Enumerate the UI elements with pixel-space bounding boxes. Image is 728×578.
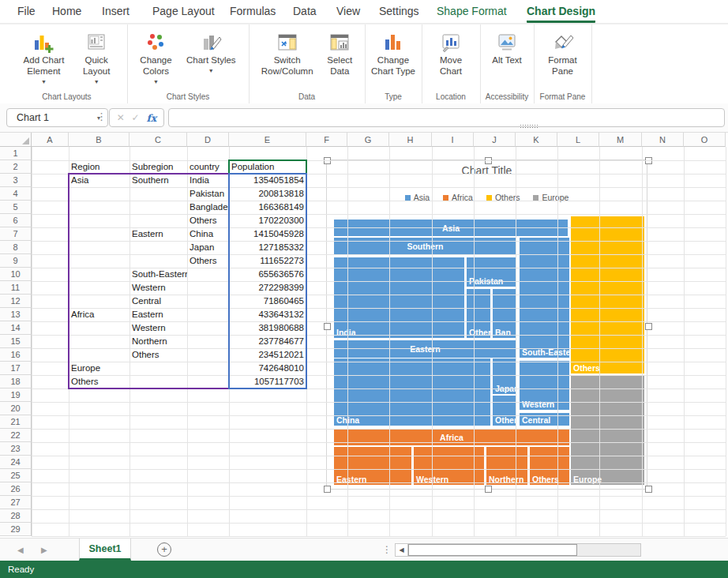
cell-E11[interactable]: 272298399 [229,281,306,295]
row-header-14[interactable]: 14 [0,321,32,335]
row-header-3[interactable]: 3 [0,174,32,187]
column-header-H[interactable]: H [389,133,432,147]
cell-C15[interactable]: Northern [129,335,187,348]
cell-B2[interactable]: Region [69,160,129,174]
add-sheet-button[interactable]: + [157,542,171,557]
column-header-A[interactable]: A [32,133,69,147]
column-header-I[interactable]: I [432,133,474,147]
cell-B13[interactable]: Africa [69,308,129,321]
horizontal-scrollbar[interactable]: ◀ [395,543,641,557]
cell-E12[interactable]: 71860465 [229,295,306,308]
menu-tab-chart-design[interactable]: Chart Design [527,0,595,23]
chart-resize-handle[interactable] [324,486,331,493]
treemap-node-eastern[interactable]: Eastern [334,340,516,358]
row-header-26[interactable]: 26 [0,482,32,496]
change-chart-type-button[interactable]: ChangeChart Type [370,30,417,77]
enter-icon[interactable]: ✓ [132,112,140,123]
row-header-4[interactable]: 4 [0,187,32,201]
cell-D9[interactable]: Others [187,254,229,268]
switch-row-column-button[interactable]: SwitchRow/Column [260,30,315,77]
column-header-F[interactable]: F [306,133,347,147]
column-header-C[interactable]: C [129,133,187,147]
menu-tab-shape-format[interactable]: Shape Format [437,0,507,21]
menu-tab-file[interactable]: File [17,0,36,21]
chart-resize-handle[interactable] [485,486,492,493]
cell-E16[interactable]: 234512021 [229,348,306,362]
cell-D3[interactable]: India [187,174,229,187]
cell-E18[interactable]: 1057117703 [229,375,306,388]
row-header-5[interactable]: 5 [0,201,32,214]
change-colors-button[interactable]: ChangeColors▼ [138,30,173,85]
cell-E6[interactable]: 170220300 [229,214,306,227]
cancel-icon[interactable]: ✕ [117,112,125,123]
cell-E2[interactable]: Population [229,160,306,174]
add-chart-element-button[interactable]: Add ChartElement▼ [22,30,66,85]
row-header-10[interactable]: 10 [0,268,32,281]
row-header-17[interactable]: 17 [0,362,32,375]
row-header-15[interactable]: 15 [0,335,32,348]
format-pane-button[interactable]: FormatPane [546,30,578,77]
quick-layout-button[interactable]: QuickLayout▼ [81,30,112,85]
select-all-corner[interactable] [0,133,32,147]
row-header-16[interactable]: 16 [0,348,32,362]
menu-tab-settings[interactable]: Settings [379,0,419,21]
cell-C10[interactable]: South-Eastern [129,268,187,281]
row-header-24[interactable]: 24 [0,456,32,469]
cell-E8[interactable]: 127185332 [229,241,306,254]
menu-tab-view[interactable]: View [336,0,360,21]
chevron-down-icon[interactable]: ▼ [41,79,47,84]
row-header-19[interactable]: 19 [0,388,32,402]
next-sheet-icon[interactable]: ▶ [41,539,47,561]
row-header-22[interactable]: 22 [0,429,32,442]
cell-B3[interactable]: Asia [69,174,129,187]
cell-E14[interactable]: 381980688 [229,321,306,335]
prev-sheet-icon[interactable]: ◀ [17,539,24,561]
row-header-7[interactable]: 7 [0,227,32,241]
treemap-node-others[interactable]: Others [467,289,490,338]
alt-text-button[interactable]: Alt Text [490,30,523,66]
treemap-node-south-eastern[interactable]: South-Eastern [520,238,569,358]
cell-E5[interactable]: 166368149 [229,201,306,214]
row-header-28[interactable]: 28 [0,509,32,523]
cell-E7[interactable]: 1415045928 [229,227,306,241]
row-header-25[interactable]: 25 [0,469,32,482]
cell-B17[interactable]: Europe [69,362,129,375]
cell-E17[interactable]: 742648010 [229,362,306,375]
column-header-G[interactable]: G [347,133,389,147]
chevron-down-icon[interactable]: ▼ [153,79,159,84]
column-header-N[interactable]: N [642,133,684,147]
treemap-node-eastern[interactable]: Eastern [334,447,411,485]
cell-C13[interactable]: Eastern [129,308,187,321]
column-header-L[interactable]: L [557,133,599,147]
chart-resize-handle[interactable] [645,486,652,493]
chart-styles-button[interactable]: Chart Styles▼ [185,30,238,74]
column-header-B[interactable]: B [69,133,129,147]
cell-E13[interactable]: 433643132 [229,308,306,321]
row-header-23[interactable]: 23 [0,442,32,456]
cell-D2[interactable]: country [187,160,229,174]
menu-tab-formulas[interactable]: Formulas [230,0,276,21]
cell-C12[interactable]: Central [129,295,187,308]
cell-E3[interactable]: 1354051854 [229,174,306,187]
column-header-D[interactable]: D [187,133,229,147]
cell-B18[interactable]: Others [69,375,129,388]
sheet-tab-sheet1[interactable]: Sheet1 [79,539,131,561]
cell-C16[interactable]: Others [129,348,187,362]
cell-C14[interactable]: Western [129,321,187,335]
column-header-E[interactable]: E [229,133,306,147]
cell-E9[interactable]: 111652273 [229,254,306,268]
menu-tab-insert[interactable]: Insert [102,0,129,21]
menu-tab-home[interactable]: Home [52,0,81,21]
row-header-11[interactable]: 11 [0,281,32,295]
cell-C11[interactable]: Western [129,281,187,295]
row-header-27[interactable]: 27 [0,496,32,509]
row-header-12[interactable]: 12 [0,295,32,308]
chart-resize-handle[interactable] [324,323,331,330]
move-chart-button[interactable]: MoveChart [437,30,464,77]
select-data-button[interactable]: SelectData [325,30,354,77]
row-header-6[interactable]: 6 [0,214,32,227]
treemap-node-others[interactable]: Others [530,447,569,485]
column-header-J[interactable]: J [474,133,516,147]
name-box[interactable]: Chart 1 ▾ [6,108,108,127]
cell-E4[interactable]: 200813818 [229,187,306,201]
